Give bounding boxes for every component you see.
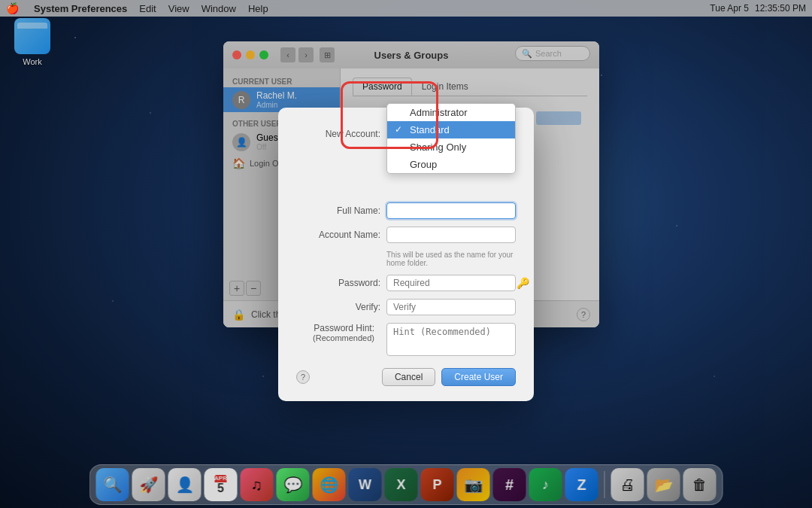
dialog-overlay: New Account: Standard ▼ Administrator ✓ xyxy=(0,0,812,508)
full-name-label: Full Name: xyxy=(296,205,386,216)
hint-row: Password Hint: (Recommended) xyxy=(296,323,516,356)
dropdown-item-standard[interactable]: ✓ Standard xyxy=(387,121,515,138)
account-name-input[interactable] xyxy=(386,227,516,243)
edit-menu[interactable]: Edit xyxy=(139,3,156,14)
verify-input[interactable] xyxy=(386,299,516,315)
app-name-menu[interactable]: System Preferences xyxy=(34,3,127,14)
dialog-help-button[interactable]: ? xyxy=(296,370,310,384)
dropdown-item-administrator[interactable]: Administrator xyxy=(387,104,515,121)
hint-sub-label: (Recommended) xyxy=(296,333,380,342)
sharing-label: Sharing Only xyxy=(410,141,466,153)
group-label: Group xyxy=(410,159,437,170)
full-name-input[interactable] xyxy=(386,202,516,219)
dialog-buttons: ? Cancel Create User xyxy=(296,368,516,386)
account-type-dropdown-wrapper: Standard ▼ Administrator ✓ Standard xyxy=(386,126,516,142)
account-name-row: Account Name: xyxy=(296,227,516,243)
menubar-time: 12:35:50 PM xyxy=(755,3,806,14)
standard-label: Standard xyxy=(410,124,450,135)
hint-input[interactable] xyxy=(386,323,516,356)
menubar-date: Tue Apr 5 xyxy=(710,3,749,14)
apple-menu[interactable]: 🍎 xyxy=(6,2,19,14)
menubar-right: Tue Apr 5 12:35:50 PM xyxy=(710,3,806,14)
window-menu[interactable]: Window xyxy=(201,3,236,14)
standard-check: ✓ xyxy=(395,124,405,135)
account-type-menu: Administrator ✓ Standard Sharing Only xyxy=(386,103,516,174)
new-account-row: New Account: Standard ▼ Administrator ✓ xyxy=(296,126,516,142)
verify-label: Verify: xyxy=(296,302,386,312)
new-account-label: New Account: xyxy=(296,129,386,139)
hint-label-wrapper: Password Hint: (Recommended) xyxy=(296,323,386,342)
key-icon: 🔑 xyxy=(517,277,529,289)
menubar: 🍎 System Preferences Edit View Window He… xyxy=(0,0,812,17)
dropdown-item-group[interactable]: Group xyxy=(387,156,515,173)
dropdown-item-sharing-only[interactable]: Sharing Only xyxy=(387,138,515,156)
view-menu[interactable]: View xyxy=(168,3,189,14)
verify-row: Verify: xyxy=(296,299,516,315)
cancel-button[interactable]: Cancel xyxy=(382,368,435,386)
account-name-hint: This will be used as the name for your h… xyxy=(386,251,516,267)
create-user-button[interactable]: Create User xyxy=(441,368,516,386)
new-account-dialog: New Account: Standard ▼ Administrator ✓ xyxy=(278,108,534,401)
hint-label: Password Hint: xyxy=(296,323,380,333)
full-name-row: Full Name: xyxy=(296,202,516,219)
menubar-left: 🍎 System Preferences Edit View Window He… xyxy=(6,2,268,14)
desktop: 🍎 System Preferences Edit View Window He… xyxy=(0,0,812,508)
admin-label: Administrator xyxy=(410,107,468,118)
account-name-label: Account Name: xyxy=(296,230,386,240)
password-row: Password: 🔑 xyxy=(296,275,516,291)
password-input[interactable] xyxy=(386,275,516,291)
password-label: Password: xyxy=(296,278,386,288)
help-menu[interactable]: Help xyxy=(248,3,268,14)
